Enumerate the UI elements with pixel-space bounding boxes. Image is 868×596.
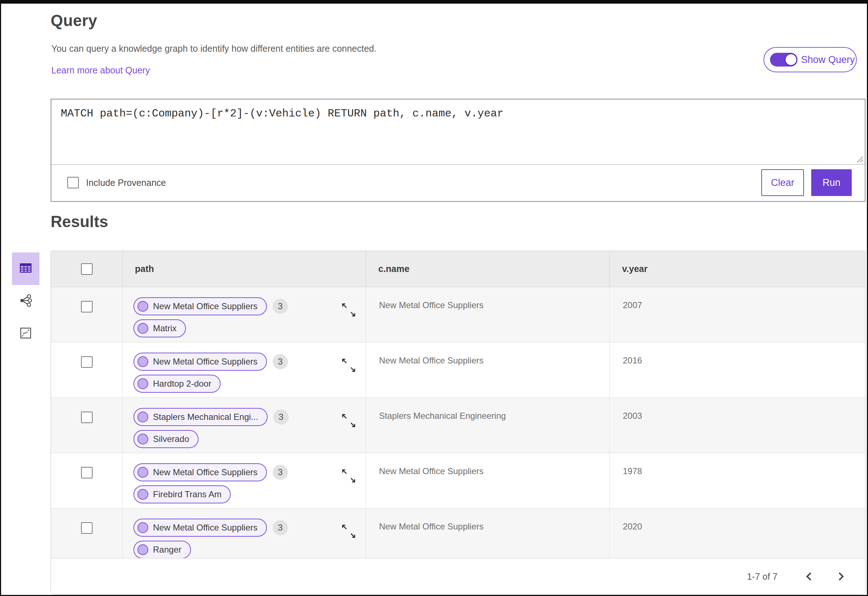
show-query-toggle[interactable]: Show Query <box>763 47 857 72</box>
view-switcher <box>12 252 40 350</box>
graph-view-icon <box>19 294 32 309</box>
expand-path-icon[interactable] <box>339 521 359 541</box>
row-checkbox[interactable] <box>81 356 93 368</box>
graph-view-button[interactable] <box>12 285 40 317</box>
path-count-badge: 3 <box>273 520 288 535</box>
select-all-checkbox[interactable] <box>81 263 93 275</box>
table-footer: 1-7 of 7 <box>51 558 865 595</box>
node-icon <box>137 489 148 500</box>
table-header-row: path c.name v.year <box>51 251 865 287</box>
path-node-pill[interactable]: Hardtop 2-door <box>133 375 221 393</box>
expand-path-icon[interactable] <box>339 411 359 430</box>
node-icon <box>137 356 148 367</box>
chart-view-icon <box>19 326 32 341</box>
chart-view-button[interactable] <box>12 317 40 350</box>
query-text[interactable]: MATCH path=(c:Company)-[r*2]-(v:Vehicle)… <box>52 99 865 128</box>
column-header-path: path <box>123 251 366 287</box>
column-header-vyear: v.year <box>610 251 865 287</box>
table-row: Staplers Mechanical Engi... 3 Silverado <box>51 398 865 453</box>
vyear-cell: 2020 <box>610 509 865 558</box>
cname-cell: Staplers Mechanical Engineering <box>366 398 610 453</box>
row-checkbox[interactable] <box>81 522 93 534</box>
table-view-icon <box>19 261 32 276</box>
query-panel: MATCH path=(c:Company)-[r*2]-(v:Vehicle)… <box>51 99 865 202</box>
vyear-cell: 2016 <box>610 342 865 397</box>
include-provenance-checkbox[interactable] <box>67 177 79 189</box>
path-node-pill[interactable]: New Metal Office Suppliers <box>133 353 267 371</box>
pagination-range: 1-7 of 7 <box>747 571 778 582</box>
path-node-pill[interactable]: Ranger <box>133 541 191 558</box>
expand-path-icon[interactable] <box>339 300 359 320</box>
next-page-button[interactable] <box>833 568 849 584</box>
row-checkbox[interactable] <box>81 467 93 478</box>
results-table: path c.name v.year New Metal Office Supp… <box>51 251 865 595</box>
expand-path-icon[interactable] <box>339 466 359 486</box>
expand-path-icon[interactable] <box>339 356 359 375</box>
app-window: Query You can query a knowledge graph to… <box>0 0 868 596</box>
row-checkbox[interactable] <box>81 301 93 313</box>
row-checkbox[interactable] <box>81 412 93 423</box>
toggle-knob <box>785 53 797 66</box>
toggle-switch[interactable] <box>770 53 797 66</box>
cname-cell: New Metal Office Suppliers <box>366 342 610 397</box>
table-row: New Metal Office Suppliers 3 Firebird Tr… <box>51 453 865 509</box>
include-provenance-control[interactable]: Include Provenance <box>67 177 166 189</box>
path-count-badge: 3 <box>273 299 288 314</box>
vyear-cell: 2007 <box>610 287 865 342</box>
path-node-pill[interactable]: Silverado <box>133 430 199 448</box>
query-editor[interactable]: MATCH path=(c:Company)-[r*2]-(v:Vehicle)… <box>52 99 865 165</box>
run-button[interactable]: Run <box>811 169 852 196</box>
path-node-pill[interactable]: New Metal Office Suppliers <box>133 519 267 537</box>
column-header-cname: c.name <box>366 251 610 287</box>
previous-page-button[interactable] <box>802 568 817 584</box>
include-provenance-label: Include Provenance <box>86 178 166 188</box>
clear-button[interactable]: Clear <box>761 169 804 196</box>
node-icon <box>137 301 148 312</box>
results-title: Results <box>51 212 108 231</box>
cname-cell: New Metal Office Suppliers <box>366 509 610 558</box>
resize-grip-icon[interactable] <box>854 154 864 163</box>
path-node-pill[interactable]: New Metal Office Suppliers <box>133 297 267 315</box>
node-icon <box>137 522 148 533</box>
node-icon <box>137 412 148 422</box>
node-icon <box>137 434 148 444</box>
path-count-badge: 3 <box>273 465 288 480</box>
table-view-button[interactable] <box>12 252 40 285</box>
vyear-cell: 1978 <box>610 453 865 508</box>
path-count-badge: 3 <box>273 354 288 369</box>
vyear-cell: 2003 <box>610 398 865 453</box>
cname-cell: New Metal Office Suppliers <box>366 287 610 342</box>
path-node-pill[interactable]: New Metal Office Suppliers <box>133 463 267 481</box>
cname-cell: New Metal Office Suppliers <box>366 453 610 508</box>
node-icon <box>137 378 148 389</box>
editor-toolbar: Include Provenance Clear Run <box>52 165 865 201</box>
table-row: New Metal Office Suppliers 3 Matrix <box>51 287 865 342</box>
node-icon <box>137 323 148 334</box>
page-description: You can query a knowledge graph to ident… <box>52 43 376 54</box>
path-node-pill[interactable]: Staplers Mechanical Engi... <box>133 408 268 426</box>
path-node-pill[interactable]: Matrix <box>133 319 186 338</box>
learn-more-link[interactable]: Learn more about Query <box>52 65 150 75</box>
page-title: Query <box>51 10 97 31</box>
table-row: New Metal Office Suppliers 3 Ranger <box>51 509 865 558</box>
table-row: New Metal Office Suppliers 3 Hardtop 2-d… <box>51 342 865 398</box>
node-icon <box>137 467 148 478</box>
path-count-badge: 3 <box>273 409 289 425</box>
node-icon <box>137 544 148 555</box>
path-node-pill[interactable]: Firebird Trans Am <box>133 485 231 503</box>
show-query-label: Show Query <box>801 54 855 65</box>
